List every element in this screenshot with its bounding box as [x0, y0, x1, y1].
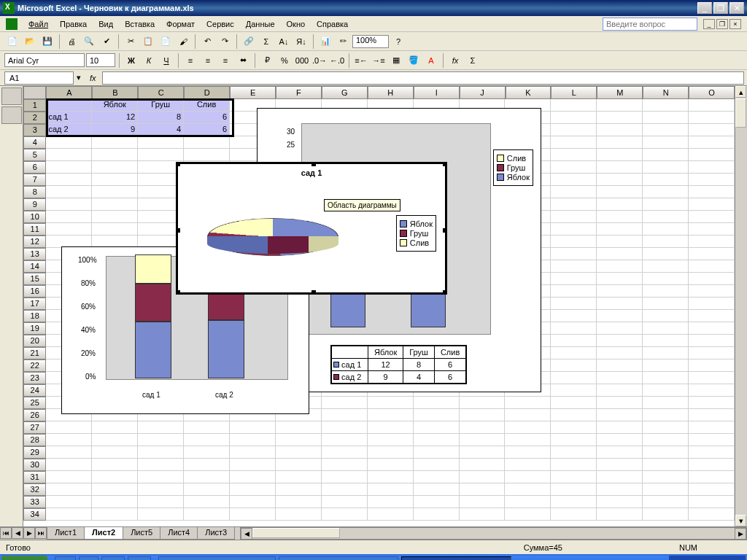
sidebar-button-1[interactable]: [1, 88, 22, 105]
underline-icon[interactable]: Ч: [158, 52, 174, 69]
cell[interactable]: [46, 446, 92, 459]
cell[interactable]: [597, 273, 643, 285]
new-icon[interactable]: 📄: [4, 34, 20, 50]
fx-icon[interactable]: fx: [90, 74, 96, 82]
cell[interactable]: [551, 409, 597, 421]
cell[interactable]: [505, 446, 551, 459]
cell[interactable]: [551, 273, 597, 285]
cell[interactable]: [92, 161, 138, 174]
cell[interactable]: [460, 496, 506, 508]
cell[interactable]: [276, 471, 322, 483]
cell[interactable]: [597, 434, 643, 446]
cell[interactable]: [368, 483, 414, 496]
cell[interactable]: [138, 434, 184, 446]
cell[interactable]: [368, 446, 414, 459]
col-header[interactable]: H: [368, 86, 414, 99]
cell[interactable]: [597, 471, 643, 483]
cell[interactable]: [138, 496, 184, 508]
cell[interactable]: [689, 211, 735, 223]
cell[interactable]: [551, 471, 597, 483]
cell[interactable]: [689, 483, 735, 496]
cell[interactable]: [460, 459, 506, 471]
cell[interactable]: [184, 459, 230, 471]
cell[interactable]: [368, 409, 414, 421]
cell[interactable]: [276, 508, 322, 521]
cell[interactable]: [322, 471, 368, 483]
cell[interactable]: [643, 471, 689, 483]
cell[interactable]: [230, 434, 276, 446]
align-right-icon[interactable]: ≡: [217, 52, 233, 69]
cell[interactable]: [643, 446, 689, 459]
cell[interactable]: [92, 496, 138, 508]
font-color-icon[interactable]: A: [423, 52, 439, 69]
cell[interactable]: [92, 459, 138, 471]
cell[interactable]: 9: [92, 124, 138, 136]
cell[interactable]: 6: [184, 112, 230, 124]
horizontal-scrollbar[interactable]: ◀ ▶: [240, 527, 747, 540]
function-icon[interactable]: fx: [447, 52, 463, 69]
cell[interactable]: [551, 508, 597, 521]
cell[interactable]: [689, 335, 735, 347]
chart-wizard-icon[interactable]: 📊: [317, 34, 333, 50]
undo-icon[interactable]: ↶: [199, 34, 215, 50]
cell[interactable]: [92, 174, 138, 186]
cell[interactable]: [689, 459, 735, 471]
cell[interactable]: [551, 149, 597, 161]
taskbar-task[interactable]: 📁 D:\disk_drey\d\Мои доку...: [158, 556, 276, 560]
row-header[interactable]: 14: [23, 260, 46, 273]
cell[interactable]: [597, 409, 643, 421]
cell[interactable]: [551, 359, 597, 372]
menu-window[interactable]: Окно: [282, 18, 311, 30]
cell[interactable]: [92, 198, 138, 211]
cell[interactable]: [597, 124, 643, 136]
cell[interactable]: [460, 397, 506, 409]
zoom-input[interactable]: 100%: [352, 35, 389, 48]
cell[interactable]: [643, 434, 689, 446]
col-header[interactable]: O: [689, 86, 735, 99]
row-header[interactable]: 23: [23, 372, 46, 384]
help-icon[interactable]: ?: [390, 34, 406, 50]
cell[interactable]: [368, 459, 414, 471]
scroll-right-icon[interactable]: ▶: [735, 528, 746, 540]
cell[interactable]: [460, 471, 506, 483]
cell[interactable]: [597, 496, 643, 508]
sort-desc-icon[interactable]: Я↓: [293, 34, 309, 50]
row-header[interactable]: 11: [23, 223, 46, 236]
mdi-minimize-button[interactable]: _: [703, 19, 715, 29]
mdi-restore-button[interactable]: ❐: [716, 19, 728, 29]
cell[interactable]: [597, 149, 643, 161]
cell[interactable]: [689, 421, 735, 434]
tab-nav-prev-icon[interactable]: ◀: [12, 527, 23, 539]
cell[interactable]: [643, 149, 689, 161]
cell[interactable]: [597, 459, 643, 471]
cell[interactable]: [505, 471, 551, 483]
cell[interactable]: [92, 508, 138, 521]
cell[interactable]: [643, 273, 689, 285]
cell[interactable]: [551, 161, 597, 174]
cell[interactable]: [643, 136, 689, 149]
cell[interactable]: [505, 434, 551, 446]
row-header[interactable]: 9: [23, 198, 46, 211]
menu-file[interactable]: Файл: [23, 18, 53, 30]
col-header[interactable]: D: [184, 86, 230, 99]
currency-icon[interactable]: ₽: [259, 52, 275, 69]
cell[interactable]: [276, 434, 322, 446]
row-header[interactable]: 31: [23, 471, 46, 483]
sheet-tab[interactable]: Лист3: [197, 527, 235, 540]
hyperlink-icon[interactable]: 🔗: [241, 34, 257, 50]
menu-insert[interactable]: Вставка: [120, 18, 160, 30]
cell[interactable]: [551, 186, 597, 198]
row-header[interactable]: 25: [23, 397, 46, 409]
cell[interactable]: [414, 459, 460, 471]
quicklaunch-icon[interactable]: 🎵: [128, 556, 151, 560]
cell[interactable]: [689, 223, 735, 236]
col-header[interactable]: F: [276, 86, 322, 99]
cell[interactable]: [505, 459, 551, 471]
spelling-icon[interactable]: ✔: [98, 34, 115, 50]
cell[interactable]: [322, 459, 368, 471]
cell[interactable]: [643, 372, 689, 384]
menu-help[interactable]: Справка: [311, 18, 353, 30]
cell[interactable]: [368, 434, 414, 446]
cell[interactable]: Груш: [138, 99, 184, 112]
cell[interactable]: Яблок: [92, 99, 138, 112]
